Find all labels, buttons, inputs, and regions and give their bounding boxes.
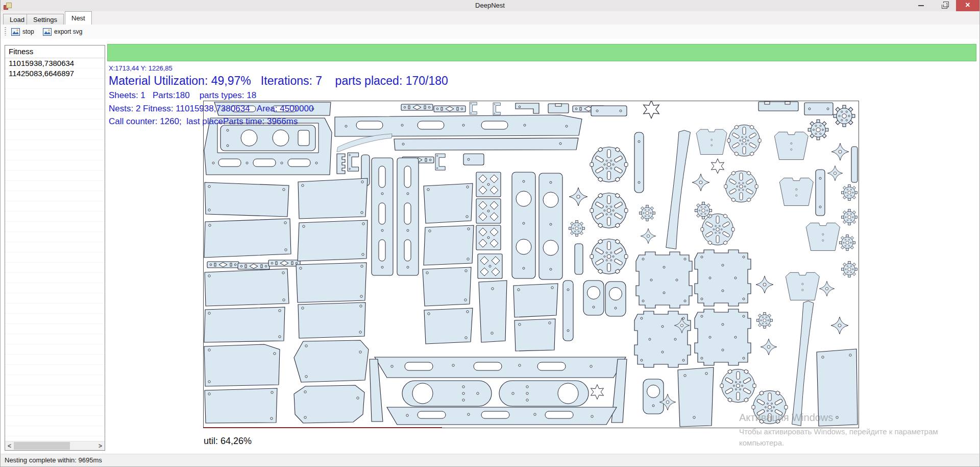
window-title: DeepNest [1,2,979,9]
scroll-left-icon[interactable]: < [5,441,14,450]
tab-nest[interactable]: Nest [65,11,92,25]
restore-icon [942,3,947,9]
fitness-panel: Fitness 11015938,7380634 11425083,664689… [5,45,105,451]
sheet-edge-line [203,427,442,428]
status-bar: Nesting complete within: 9695ms [1,454,979,466]
fitness-list-item[interactable]: 11425083,6646897 [5,68,105,79]
watermark-line3: компьютера. [739,438,784,447]
minimize-icon [918,5,924,6]
nests-line: Nests: 2 Fitness: 11015938,7380634 Area:… [109,104,313,114]
picture-icon [43,28,52,36]
stop-label: stop [22,28,34,35]
status-text: Nesting complete within: 9695ms [5,456,102,464]
util-label: util: 64,26% [204,436,252,447]
deepnest-window: DeepNest × Load Settings Nest stop [0,0,980,467]
export-svg-button[interactable]: export svg [40,26,85,37]
fitness-list: 11015938,7380634 11425083,6646897 [5,58,105,441]
scroll-right-icon[interactable]: > [96,441,105,450]
cursor-coordinates: X:1713,44 Y: 1226,85 [109,64,173,72]
watermark-line2: Чтобы активировать Windows, перейдите к … [739,427,938,436]
scrollbar-thumb[interactable] [14,442,70,450]
call-counter-line: Call counter: 1260; last placeParts time… [109,116,298,127]
toolbar-grip-icon [5,27,6,36]
title-bar[interactable]: DeepNest × [1,0,979,12]
fitness-header: Fitness [5,45,105,58]
nest-toolbar: stop export svg [1,25,979,39]
close-button[interactable]: × [956,0,979,11]
horizontal-scrollbar[interactable]: < > [5,441,105,450]
export-svg-label: export svg [54,28,82,35]
utilization-headline: Material Utilization: 49,97% Iterations:… [109,74,448,88]
tab-strip: Load Settings Nest [1,11,979,25]
nest-canvas[interactable] [203,101,859,428]
watermark-line1: Активация Windows [739,412,833,424]
fitness-list-item[interactable]: 11015938,7380634 [5,58,105,68]
progress-bar [107,44,976,61]
tab-settings[interactable]: Settings [27,14,64,25]
close-icon: × [965,1,970,9]
picture-icon [11,28,20,36]
stop-button[interactable]: stop [9,26,37,37]
minimize-button[interactable] [909,0,933,11]
sheets-line: Sheets: 1 Parts:180 parts types: 18 [109,90,256,101]
restore-button[interactable] [933,0,956,11]
